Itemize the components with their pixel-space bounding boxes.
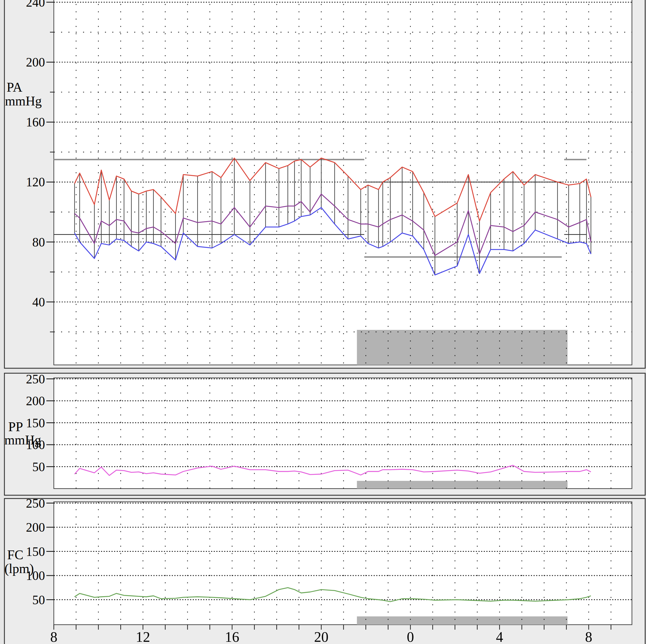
svg-text:160: 160 — [26, 115, 45, 129]
svg-text:200: 200 — [26, 55, 45, 69]
abpm-report-page: 4080120160200240 50100150200250 50100150… — [0, 0, 646, 644]
svg-text:4: 4 — [496, 629, 503, 644]
pa-axis-title: PA — [7, 80, 22, 95]
pa-pressure-chart: 4080120160200240 — [0, 0, 646, 370]
pa-axis-unit: mmHg — [5, 93, 42, 108]
svg-text:12: 12 — [136, 629, 150, 644]
svg-text:200: 200 — [26, 394, 45, 408]
svg-text:150: 150 — [26, 545, 45, 559]
fc-axis-title: FC — [7, 547, 23, 562]
svg-text:20: 20 — [314, 629, 328, 644]
pp-axis-unit: mmHg — [4, 432, 41, 448]
pp-pulse-pressure-chart: 50100150200250 — [0, 370, 646, 498]
svg-text:120: 120 — [26, 175, 45, 189]
fc-heart-rate-chart: 501001502002508121620048 — [0, 498, 646, 644]
svg-text:8: 8 — [50, 629, 58, 644]
svg-text:50: 50 — [32, 593, 45, 607]
svg-text:50: 50 — [32, 460, 45, 474]
svg-text:250: 250 — [26, 372, 45, 386]
svg-text:8: 8 — [585, 629, 592, 644]
svg-text:40: 40 — [32, 295, 45, 309]
pp-axis-title: PP — [8, 419, 23, 434]
svg-text:250: 250 — [26, 498, 45, 511]
svg-text:0: 0 — [407, 629, 414, 644]
svg-text:200: 200 — [26, 520, 45, 534]
svg-text:240: 240 — [26, 0, 45, 9]
svg-text:80: 80 — [32, 235, 45, 249]
svg-text:16: 16 — [225, 629, 239, 644]
svg-text:150: 150 — [26, 416, 45, 430]
fc-axis-unit: (lpm) — [4, 561, 34, 576]
